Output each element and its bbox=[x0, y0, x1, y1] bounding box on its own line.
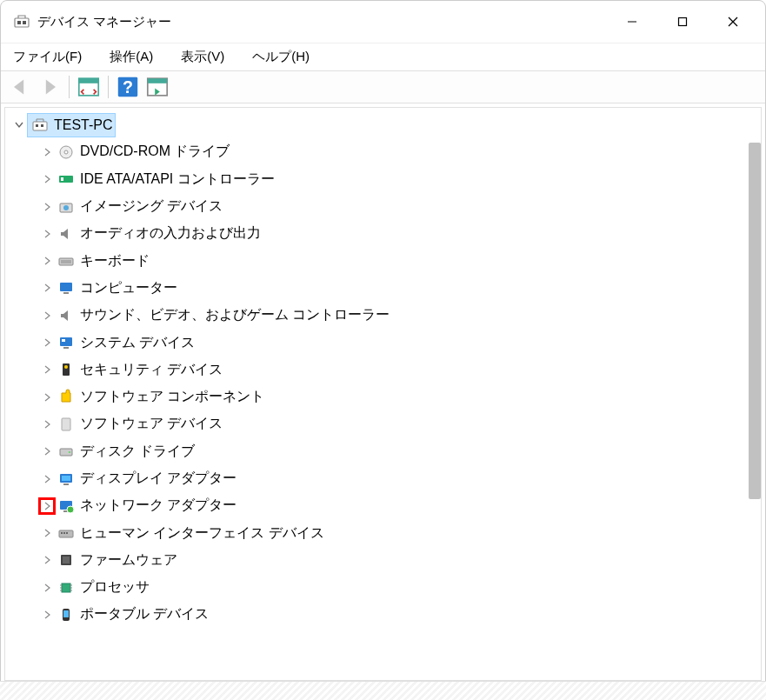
device-category-icon bbox=[57, 334, 75, 351]
device-category-icon bbox=[57, 225, 75, 243]
expander-icon[interactable] bbox=[38, 524, 56, 542]
tree-root-label: TEST-PC bbox=[54, 117, 113, 133]
computer-icon bbox=[31, 117, 49, 134]
expander-icon[interactable] bbox=[38, 307, 56, 324]
tree-item-label: ネットワーク アダプター bbox=[80, 497, 236, 515]
tree-item[interactable]: DVD/CD-ROM ドライブ bbox=[5, 138, 761, 165]
expander-icon[interactable] bbox=[38, 198, 56, 216]
statusbar bbox=[0, 681, 766, 700]
scan-button[interactable] bbox=[145, 75, 170, 99]
svg-rect-4 bbox=[679, 18, 687, 26]
tree-item[interactable]: ソフトウェア デバイス bbox=[5, 410, 761, 437]
tree-item-label: ヒューマン インターフェイス デバイス bbox=[80, 524, 324, 543]
svg-rect-12 bbox=[148, 78, 167, 83]
svg-rect-22 bbox=[59, 258, 73, 265]
properties-button[interactable] bbox=[77, 75, 101, 99]
window-title: デバイス マネージャー bbox=[37, 14, 607, 30]
svg-rect-25 bbox=[60, 283, 72, 291]
device-category-icon bbox=[57, 198, 75, 216]
svg-rect-0 bbox=[15, 18, 29, 27]
svg-point-21 bbox=[63, 205, 69, 210]
maximize-button[interactable] bbox=[657, 4, 708, 39]
expander-icon[interactable] bbox=[38, 225, 56, 243]
menu-file[interactable]: ファイル(F) bbox=[8, 45, 87, 69]
menu-help[interactable]: ヘルプ(H) bbox=[247, 45, 315, 69]
svg-point-40 bbox=[67, 506, 74, 513]
scrollbar-thumb[interactable] bbox=[749, 143, 761, 499]
tree-item[interactable]: ネットワーク アダプター bbox=[5, 492, 761, 519]
tree-item[interactable]: ソフトウェア コンポーネント bbox=[5, 383, 761, 410]
tree-item-label: キーボード bbox=[80, 252, 150, 270]
svg-rect-13 bbox=[33, 122, 47, 130]
tree-item-label: ソフトウェア コンポーネント bbox=[80, 388, 264, 406]
tree-item-label: DVD/CD-ROM ドライブ bbox=[80, 143, 230, 161]
tree-item[interactable]: キーボード bbox=[5, 247, 761, 274]
device-category-icon bbox=[57, 252, 75, 270]
svg-rect-1 bbox=[17, 21, 21, 24]
svg-rect-43 bbox=[63, 532, 65, 534]
expander-icon[interactable] bbox=[38, 252, 56, 270]
expander-icon[interactable] bbox=[38, 551, 56, 569]
tree-item[interactable]: システム デバイス bbox=[5, 329, 761, 356]
expander-icon[interactable] bbox=[38, 443, 56, 460]
tree-item[interactable]: IDE ATA/ATAPI コントローラー bbox=[5, 166, 761, 193]
tree-item-label: コンピューター bbox=[80, 279, 177, 297]
help-button[interactable]: ? bbox=[116, 75, 140, 99]
expander-icon[interactable] bbox=[38, 143, 56, 161]
expander-icon[interactable] bbox=[38, 579, 56, 597]
device-category-icon bbox=[57, 579, 75, 597]
close-button[interactable] bbox=[708, 4, 758, 39]
svg-rect-19 bbox=[61, 177, 63, 181]
tree-item[interactable]: ディスプレイ アダプター bbox=[5, 465, 761, 492]
tree-item[interactable]: ポータブル デバイス bbox=[5, 601, 761, 628]
expander-icon[interactable] bbox=[38, 334, 56, 351]
svg-rect-42 bbox=[61, 532, 63, 534]
titlebar: デバイス マネージャー bbox=[1, 1, 765, 43]
expander-icon[interactable] bbox=[38, 170, 56, 188]
svg-rect-28 bbox=[62, 339, 65, 342]
device-category-icon bbox=[57, 361, 75, 378]
tree-item[interactable]: ファームウェア bbox=[5, 547, 761, 574]
tree-item[interactable]: セキュリティ デバイス bbox=[5, 357, 761, 383]
tree-item-label: イメージング デバイス bbox=[80, 197, 223, 216]
expander-icon[interactable] bbox=[10, 117, 28, 134]
tree-item[interactable]: ディスク ドライブ bbox=[5, 438, 761, 465]
svg-rect-8 bbox=[79, 78, 98, 83]
tree-item[interactable]: プロセッサ bbox=[5, 574, 761, 601]
app-icon bbox=[13, 13, 30, 30]
tree-item[interactable]: オーディオの入力および出力 bbox=[5, 220, 761, 247]
expander-icon[interactable] bbox=[38, 389, 56, 406]
svg-rect-15 bbox=[41, 124, 43, 127]
expander-icon[interactable] bbox=[38, 497, 56, 515]
svg-rect-29 bbox=[63, 347, 69, 349]
device-category-icon bbox=[57, 307, 75, 324]
tree-item-label: システム デバイス bbox=[80, 334, 195, 352]
tree-item[interactable]: コンピューター bbox=[5, 275, 761, 302]
device-tree[interactable]: TEST-PCDVD/CD-ROM ドライブIDE ATA/ATAPI コントロ… bbox=[5, 108, 761, 680]
tree-item-label: プロセッサ bbox=[80, 578, 150, 597]
tree-item-label: セキュリティ デバイス bbox=[80, 361, 223, 379]
device-category-icon bbox=[57, 143, 75, 161]
expander-icon[interactable] bbox=[38, 361, 56, 378]
expander-icon[interactable] bbox=[38, 416, 56, 433]
device-category-icon bbox=[57, 443, 75, 460]
svg-rect-44 bbox=[66, 532, 68, 534]
tree-item-label: サウンド、ビデオ、およびゲーム コントローラー bbox=[80, 306, 390, 324]
menu-action[interactable]: 操作(A) bbox=[104, 45, 158, 69]
back-button bbox=[8, 75, 32, 99]
menu-view[interactable]: 表示(V) bbox=[176, 45, 230, 69]
tree-item[interactable]: ヒューマン インターフェイス デバイス bbox=[5, 519, 761, 546]
svg-text:?: ? bbox=[123, 77, 133, 97]
svg-rect-46 bbox=[63, 557, 70, 563]
expander-icon[interactable] bbox=[38, 470, 56, 488]
tree-item-label: IDE ATA/ATAPI コントローラー bbox=[80, 170, 275, 189]
minimize-button[interactable] bbox=[607, 4, 657, 39]
expander-icon[interactable] bbox=[38, 606, 56, 623]
device-category-icon bbox=[57, 497, 75, 515]
svg-rect-32 bbox=[62, 418, 70, 430]
tree-item[interactable]: サウンド、ビデオ、およびゲーム コントローラー bbox=[5, 302, 761, 329]
tree-item-label: ディスプレイ アダプター bbox=[80, 470, 236, 488]
expander-icon[interactable] bbox=[38, 279, 56, 297]
tree-root[interactable]: TEST-PC bbox=[5, 111, 761, 138]
tree-item[interactable]: イメージング デバイス bbox=[5, 193, 761, 220]
